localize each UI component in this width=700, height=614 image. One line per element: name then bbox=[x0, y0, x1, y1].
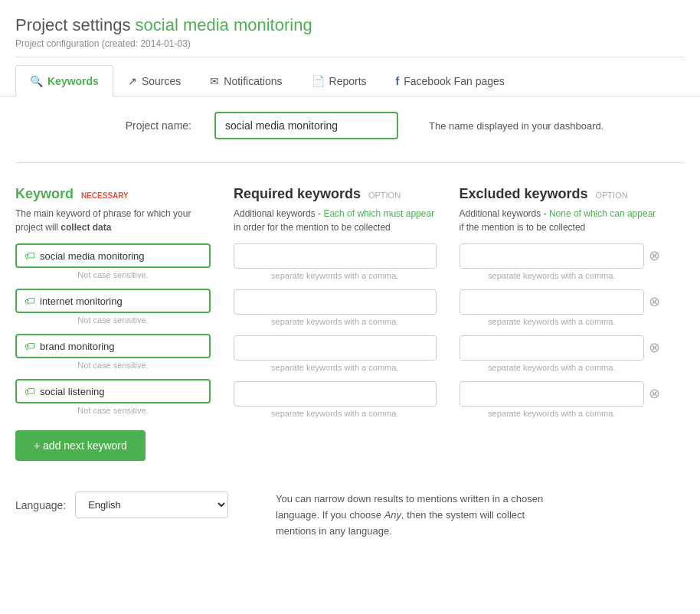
tabs-container: 🔍 Keywords ↗ Sources ✉ Notifications 📄 R… bbox=[0, 65, 700, 96]
excluded-row-1: separate keywords with a comma. ⊗ bbox=[460, 289, 662, 326]
col-required-desc-2: in order for the mention to be collected bbox=[234, 222, 391, 233]
tab-notifications[interactable]: ✉ Notifications bbox=[195, 65, 296, 96]
excluded-row-3: separate keywords with a comma. ⊗ bbox=[460, 381, 662, 418]
col-keyword: Keyword NECESSARY The main keyword of ph… bbox=[15, 186, 211, 461]
tab-reports-label: Reports bbox=[329, 75, 367, 87]
col-excluded-badge: OPTION bbox=[595, 191, 627, 200]
excluded-input-0[interactable] bbox=[460, 243, 645, 269]
page-subtitle: Project configuration (created: 2014-01-… bbox=[15, 38, 685, 49]
col-keyword-desc: The main keyword of phrase for which you… bbox=[15, 207, 211, 234]
project-name-hint: The name displayed in your dashboard. bbox=[429, 120, 604, 132]
col-excluded-desc-green: None of which can appear bbox=[549, 208, 656, 219]
keyword-tag-text-3: social listening bbox=[40, 386, 201, 397]
col-excluded: Excluded keywords OPTION Additional keyw… bbox=[460, 186, 685, 427]
language-hint-italic: Any bbox=[384, 509, 401, 521]
keyword-tag-0[interactable]: 🏷 social media monitoring bbox=[15, 243, 211, 268]
reports-icon: 📄 bbox=[312, 75, 325, 87]
remove-button-2[interactable]: ⊗ bbox=[647, 336, 662, 359]
col-excluded-title: Excluded keywords bbox=[460, 186, 588, 201]
col-excluded-desc-1: Additional keywords - bbox=[460, 208, 549, 219]
tag-icon-3: 🏷 bbox=[25, 385, 35, 397]
keyword-tag-3[interactable]: 🏷 social listening bbox=[15, 379, 211, 403]
required-row-3: separate keywords with a comma. bbox=[234, 381, 437, 418]
required-row-2: separate keywords with a comma. bbox=[234, 335, 437, 372]
tag-icon-1: 🏷 bbox=[25, 295, 35, 307]
tab-keywords-label: Keywords bbox=[47, 75, 99, 87]
remove-button-3[interactable]: ⊗ bbox=[647, 382, 662, 405]
keyword-tag-text-0: social media monitoring bbox=[40, 250, 201, 262]
excluded-row-0: separate keywords with a comma. ⊗ bbox=[460, 243, 662, 280]
col-excluded-desc: Additional keywords - None of which can … bbox=[460, 207, 662, 234]
tag-icon-2: 🏷 bbox=[25, 340, 35, 352]
required-input-1[interactable] bbox=[234, 289, 437, 315]
col-required-title: Required keywords bbox=[234, 186, 361, 201]
excluded-input-1[interactable] bbox=[460, 289, 645, 315]
required-hint-0: separate keywords with a comma. bbox=[234, 271, 437, 280]
col-excluded-desc-2: if the mention is to be collected bbox=[460, 222, 586, 233]
tag-icon-0: 🏷 bbox=[25, 250, 35, 262]
excluded-input-3[interactable] bbox=[460, 381, 645, 407]
col-required-header: Required keywords OPTION Additional keyw… bbox=[234, 186, 437, 234]
tab-sources[interactable]: ↗ Sources bbox=[113, 65, 195, 96]
project-name-input[interactable] bbox=[214, 112, 398, 139]
keywords-section: Keyword NECESSARY The main keyword of ph… bbox=[0, 171, 700, 476]
required-hint-1: separate keywords with a comma. bbox=[234, 317, 437, 326]
excluded-input-wrap-2: separate keywords with a comma. bbox=[460, 335, 645, 372]
title-accent: social media monitoring bbox=[136, 15, 312, 34]
tab-reports[interactable]: 📄 Reports bbox=[297, 65, 381, 96]
keyword-row-1: 🏷 internet monitoring Not case sensitive… bbox=[15, 289, 211, 325]
remove-button-1[interactable]: ⊗ bbox=[647, 290, 662, 313]
excluded-row-wrap-0: separate keywords with a comma. ⊗ bbox=[460, 243, 662, 280]
excluded-input-2[interactable] bbox=[460, 335, 645, 361]
page-title: Project settings social media monitoring bbox=[15, 15, 685, 35]
required-input-0[interactable] bbox=[234, 243, 437, 269]
header-divider bbox=[15, 57, 685, 57]
excluded-row-wrap-3: separate keywords with a comma. ⊗ bbox=[460, 381, 662, 418]
project-name-row: Project name: The name displayed in your… bbox=[0, 96, 700, 155]
add-keyword-button[interactable]: + add next keyword bbox=[15, 430, 146, 461]
language-select[interactable]: Any English Polish German French Spanish bbox=[75, 492, 228, 518]
language-section: Language: Any English Polish German Fren… bbox=[0, 476, 700, 554]
keyword-hint-3: Not case sensitive. bbox=[15, 406, 211, 415]
excluded-row-2: separate keywords with a comma. ⊗ bbox=[460, 335, 662, 372]
keyword-tag-2[interactable]: 🏷 brand monitoring bbox=[15, 334, 211, 358]
col-keyword-header: Keyword NECESSARY The main keyword of ph… bbox=[15, 186, 211, 234]
excluded-input-wrap-3: separate keywords with a comma. bbox=[460, 381, 645, 418]
keyword-hint-2: Not case sensitive. bbox=[15, 361, 211, 370]
keyword-hint-0: Not case sensitive. bbox=[15, 270, 211, 279]
search-icon: 🔍 bbox=[30, 75, 43, 87]
tab-facebook[interactable]: f Facebook Fan pages bbox=[381, 65, 519, 96]
sources-icon: ↗ bbox=[128, 75, 137, 87]
col-keyword-desc-bold: collect data bbox=[61, 222, 111, 233]
tab-keywords[interactable]: 🔍 Keywords bbox=[15, 65, 113, 96]
facebook-icon: f bbox=[396, 75, 400, 87]
required-row-1: separate keywords with a comma. bbox=[234, 289, 437, 326]
tab-notifications-label: Notifications bbox=[224, 75, 282, 87]
keyword-row-0: 🏷 social media monitoring Not case sensi… bbox=[15, 243, 211, 279]
columns: Keyword NECESSARY The main keyword of ph… bbox=[15, 186, 685, 461]
language-hint: You can narrow down results to mentions … bbox=[276, 492, 567, 539]
excluded-hint-2: separate keywords with a comma. bbox=[460, 363, 645, 372]
col-keyword-title: Keyword bbox=[15, 186, 74, 201]
excluded-hint-1: separate keywords with a comma. bbox=[460, 317, 645, 326]
keyword-row-2: 🏷 brand monitoring Not case sensitive. bbox=[15, 334, 211, 370]
tab-facebook-label: Facebook Fan pages bbox=[404, 75, 505, 87]
language-label: Language: bbox=[15, 499, 66, 511]
project-name-label: Project name: bbox=[107, 119, 191, 132]
required-hint-2: separate keywords with a comma. bbox=[234, 363, 437, 372]
keyword-tag-1[interactable]: 🏷 internet monitoring bbox=[15, 289, 211, 313]
keyword-row-3: 🏷 social listening Not case sensitive. bbox=[15, 379, 211, 415]
tab-sources-label: Sources bbox=[142, 75, 181, 87]
excluded-row-wrap-1: separate keywords with a comma. ⊗ bbox=[460, 289, 662, 326]
col-required-badge: OPTION bbox=[368, 191, 401, 200]
required-input-3[interactable] bbox=[234, 381, 437, 407]
excluded-hint-3: separate keywords with a comma. bbox=[460, 409, 645, 418]
remove-button-0[interactable]: ⊗ bbox=[647, 244, 662, 267]
excluded-hint-0: separate keywords with a comma. bbox=[460, 271, 645, 280]
col-required-desc: Additional keywords - Each of which must… bbox=[234, 207, 437, 234]
page-header: Project settings social media monitoring… bbox=[0, 0, 700, 57]
col-required-desc-green: Each of which must appear bbox=[323, 208, 434, 219]
required-input-2[interactable] bbox=[234, 335, 437, 361]
col-required: Required keywords OPTION Additional keyw… bbox=[234, 186, 437, 427]
excluded-input-wrap-0: separate keywords with a comma. bbox=[460, 243, 645, 280]
